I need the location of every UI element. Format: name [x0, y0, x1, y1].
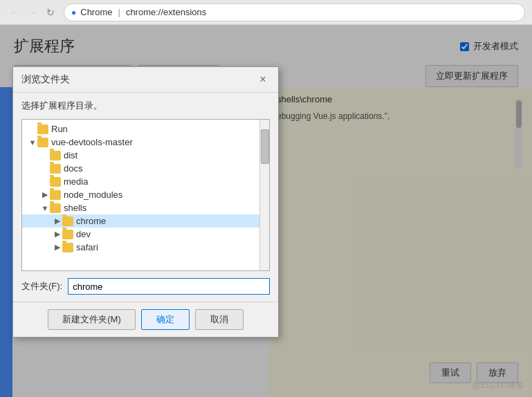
tree-toggle[interactable]: ▶ [53, 243, 62, 252]
tree-scroll-thumb [261, 129, 269, 164]
file-tree[interactable]: Run▼vue-devtools-masterdistdocsmedia▶nod… [22, 120, 259, 270]
dialog-footer: 新建文件夹(M) 确定 取消 [13, 302, 278, 337]
tree-item-label: docs [64, 163, 82, 174]
folder-icon [50, 190, 61, 200]
tree-item[interactable]: ▶safari [22, 241, 259, 254]
address-site: Chrome [80, 7, 112, 17]
tree-item[interactable]: ▶node_modules [22, 188, 259, 201]
tree-item[interactable]: docs [22, 162, 259, 175]
folder-icon [62, 243, 73, 252]
folder-icon [37, 124, 48, 134]
forward-button[interactable]: → [25, 5, 40, 20]
nav-buttons: ← → ↻ [7, 5, 58, 20]
dialog-instruction: 选择扩展程序目录。 [21, 100, 270, 112]
browser-chrome: ← → ↻ ● Chrome | chrome://extensions [0, 0, 532, 25]
dialog-titlebar: 浏览文件夹 × [13, 67, 278, 93]
tree-toggle[interactable]: ▼ [28, 138, 37, 147]
tree-item-label: shells [64, 203, 86, 213]
tree-item-label: chrome [76, 216, 106, 226]
tree-item-label: node_modules [64, 190, 122, 200]
browse-folder-dialog: 浏览文件夹 × 选择扩展程序目录。 Run▼vue-devtools-maste… [12, 66, 279, 338]
tree-toggle[interactable]: ▶ [53, 216, 62, 225]
file-input[interactable] [68, 278, 270, 295]
folder-icon [62, 230, 73, 239]
tree-item-label: dist [64, 150, 77, 160]
tree-item-label: vue-devtools-master [51, 137, 133, 147]
dialog-title: 浏览文件夹 [21, 73, 70, 86]
folder-icon [50, 203, 61, 213]
folder-icon [50, 164, 61, 174]
tree-item[interactable]: ▼vue-devtools-master [22, 136, 259, 149]
tree-item[interactable]: ▶dev [22, 228, 259, 241]
tree-toggle[interactable]: ▶ [40, 190, 50, 199]
tree-item[interactable]: media [22, 175, 259, 188]
tree-item[interactable]: ▶chrome [22, 214, 259, 228]
tree-item[interactable]: Run [22, 122, 259, 136]
tree-toggle[interactable]: ▶ [53, 230, 62, 239]
address-url: chrome://extensions [126, 7, 206, 17]
tree-item-label: media [64, 176, 88, 187]
page-content: 扩展程序 开发者模式 加载已解压的扩展程序... 打包扩展程序... 立即更新扩… [0, 25, 532, 397]
folder-icon [62, 216, 73, 226]
back-button[interactable]: ← [7, 5, 22, 20]
dialog-body: 选择扩展程序目录。 Run▼vue-devtools-masterdistdoc… [13, 93, 278, 302]
folder-icon [50, 177, 61, 187]
tree-item[interactable]: dist [22, 149, 259, 162]
file-tree-container: Run▼vue-devtools-masterdistdocsmedia▶nod… [21, 119, 270, 271]
tree-item-label: dev [76, 229, 91, 239]
address-bar[interactable]: ● Chrome | chrome://extensions [64, 3, 525, 21]
file-label: 文件夹(F): [21, 280, 62, 293]
address-separator: | [118, 7, 120, 17]
reload-button[interactable]: ↻ [43, 5, 58, 20]
confirm-button[interactable]: 确定 [141, 309, 190, 330]
folder-icon [50, 151, 61, 160]
watermark: @51CTO博客 [472, 380, 524, 391]
file-input-area: 文件夹(F): [21, 278, 270, 295]
cancel-button[interactable]: 取消 [195, 309, 244, 330]
tree-item-label: safari [76, 242, 98, 252]
tree-scrollbar[interactable] [259, 120, 269, 270]
new-folder-button[interactable]: 新建文件夹(M) [48, 309, 136, 330]
tree-toggle[interactable]: ▼ [40, 204, 50, 212]
folder-icon [37, 138, 48, 147]
dialog-close-button[interactable]: × [256, 73, 270, 86]
tree-item-label: Run [51, 124, 68, 134]
secure-icon: ● [71, 8, 76, 17]
tree-item[interactable]: ▼shells [22, 201, 259, 214]
